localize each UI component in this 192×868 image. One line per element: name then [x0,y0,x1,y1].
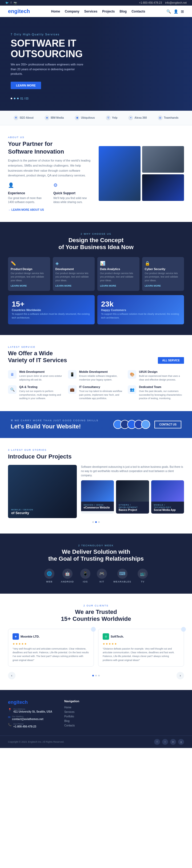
footer: engitech 📍 Our Address 411 University St… [0,690,192,748]
partner-4-icon: ▽ [106,116,111,120]
footer-linkedin-icon[interactable]: in [170,739,176,745]
nav-link-blog[interactable]: Blog [120,9,127,13]
pagination-dot-1[interactable] [11,98,12,99]
uiux-desc: Build an experienced team that uses a cl… [139,374,184,381]
client-1-logo: ◈ Moonkie LTD. [12,633,89,640]
services-grid: 🖥 Web Development Lorem ipsum dolor sit … [8,370,184,400]
contact-us-button[interactable]: CONTACT US [155,421,181,428]
twitter-icon[interactable]: 🐦 [5,1,8,4]
star-8: ★ [109,642,111,645]
pagination-dot-3[interactable] [17,98,19,99]
facebook-icon[interactable]: f [11,1,11,4]
footer-link-services[interactable]: Services [64,710,79,713]
client-2-name: SoftTech. [111,635,124,638]
proj-dot-3[interactable] [98,521,100,523]
clients-dot-1[interactable] [92,675,94,676]
solutions-icons: 🌐 WEB 🤖 ANDROID 📱 IOS 🎮 KIT ⌨ WEARABLES … [8,569,184,583]
project-card-1: DESIGN / IDEAS eCommerce Website [81,480,114,514]
user-icon[interactable]: 👤 [173,9,178,13]
nav-link-projects[interactable]: Projects [102,9,115,13]
about-image-2 [142,146,184,173]
topbar-email: info@engitech.net [165,1,187,4]
data-analytics-title: Data Analytics [100,268,137,271]
service-it-consultancy: 💼 IT Consultancy Trust our top talent to… [68,385,124,400]
stat-customers-number: 23k [101,300,180,308]
proj-dot-1[interactable] [92,521,94,523]
instagram-icon[interactable]: 📷 [13,1,17,4]
footer-facebook-icon[interactable]: f [154,739,160,745]
data-analytics-text: Our product design service lets you prot… [100,272,137,283]
footer-link-blog[interactable]: Blog [64,719,79,722]
why-title: Design the Conceptof Your Business Idea … [8,237,184,251]
topbar-phone: +1-800-456-478-23 [139,1,162,4]
grid-icon[interactable]: ⊞ [181,9,184,13]
footer-link-home[interactable]: Home [64,706,79,709]
partner-2: ◈ IBM Media [45,116,64,120]
wearables-label: WEARABLES [113,580,131,583]
build-people [115,420,150,429]
web-label: WEB [46,580,53,583]
clients-dot-3[interactable] [98,675,100,676]
partner-3-icon: ◉ [75,116,80,120]
star-4: ★ [21,642,24,645]
project-card-3: MOBILE / TECHNOLOGY Social Media App [151,480,184,514]
cyber-security-text: Our product design service lets you prot… [145,272,182,283]
stat-countries-text: To support this a software solution must… [12,312,91,319]
about-learn-more[interactable]: → LEARN MORE ABOUT US [8,208,93,211]
data-analytics-learn[interactable]: LEARN MORE [100,284,137,287]
kit-icon: 🎮 [97,569,107,579]
product-design-learn[interactable]: LEARN MORE [11,284,48,287]
hero-section: 7 Only High-Quality Services SOFTWARE IT… [0,17,192,111]
star-10: ★ [114,642,117,645]
partner-1-icon: ⚙ [13,116,19,120]
nav-link-services[interactable]: Services [84,9,97,13]
clients-next-button[interactable]: › [176,672,184,679]
proj-dot-2[interactable] [95,521,97,523]
star-5: ★ [24,642,27,645]
solutions-tag: 2 TECHNOLOGY WEEK [8,544,184,547]
footer-link-portfolio[interactable]: Portfolio [64,715,79,718]
footer-link-contacts[interactable]: Contacts [64,724,79,727]
hero-learn-more-button[interactable]: LEARN MORE [11,82,41,89]
clients-prev-button[interactable]: ‹ [8,672,16,679]
search-icon[interactable]: 🔍 [166,9,171,13]
nav-link-home[interactable]: Home [51,9,60,13]
client-1-stars: ★ ★ ★ ★ ★ [12,642,89,645]
sol-wearables: ⌨ WEARABLES [113,569,131,583]
footer-bottom: Copyright © 2023. Engitech Inc. All Righ… [0,736,192,748]
development-learn[interactable]: LEARN MORE [55,284,92,287]
feature-experience-text: Our great team of more than 1400 softwar… [8,196,48,204]
build-section: ⚒ We Carry More Than Just Good Coding Sk… [0,411,192,438]
nav-link-contacts[interactable]: Contacts [132,9,145,13]
project-2-tag: OTHERS / DEVELOPMENT [119,504,146,508]
about-text: Engitech is the partner of choice for ma… [8,158,93,178]
all-services-button[interactable]: ALL SERVICE [158,357,184,364]
cyber-security-learn[interactable]: LEARN MORE [145,284,182,287]
footer-nav-col: Navigation Home Services Portfolio Blog … [64,700,184,730]
partner-6: ◎ Teamhands [158,116,179,120]
clients-dot-2[interactable] [95,675,97,676]
nav-link-company[interactable]: Company [65,9,80,13]
phone-icon: 📞 [8,723,12,726]
build-title: Let's Build Your Website! [11,423,99,430]
footer-google-icon[interactable]: g [178,739,184,745]
pagination-dot-2[interactable] [14,98,16,99]
decor-circle-1 [91,627,96,632]
footer-phone-label: Our Phone [13,723,36,725]
kit-label: KIT [100,580,104,583]
why-card-development: ◈ Development Our product design service… [53,257,95,291]
footer-address-value: 411 University St, Seattle, USA [13,710,52,713]
footer-twitter-icon[interactable]: t [162,739,168,745]
dedicated-team-name: Dedicated Team [139,385,184,389]
uiux-name: UI/UX Design [139,370,184,373]
about-left: ABOUT US Your Partner forSoftware Innova… [8,136,93,211]
left-project-tag: of Security [11,511,74,515]
clients-nav: ‹ › [8,672,184,679]
footer-top: engitech 📍 Our Address 411 University St… [0,690,192,736]
footer-social: f t in g [154,739,184,745]
sol-android: 🤖 ANDROID [61,569,74,583]
client-card-1: ◈ Moonkie LTD. ★ ★ ★ ★ ★ "Very well thou… [8,629,94,667]
stat-countries-label: Countries Worldwide [12,308,91,312]
stat-countries: 15+ Countries Worldwide To support this … [8,295,95,324]
web-dev-desc: Lorem ipsum dolor sit amet cons ectetur … [19,374,64,381]
